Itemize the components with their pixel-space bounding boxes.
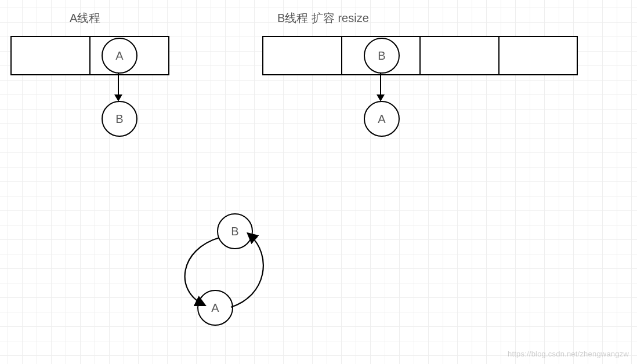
watermark-text: https://blog.csdn.net/zhengwangzw bbox=[508, 350, 629, 358]
left-title: A线程 bbox=[70, 10, 100, 26]
left-array bbox=[10, 36, 169, 75]
right-slot-node: B bbox=[364, 38, 400, 74]
left-cell-0 bbox=[12, 37, 91, 74]
right-chain-node: A bbox=[364, 101, 400, 137]
right-array bbox=[262, 36, 578, 75]
cycle-arrows-icon bbox=[168, 209, 296, 336]
right-cell-0 bbox=[263, 37, 342, 74]
right-title: B线程 扩容 resize bbox=[277, 10, 369, 26]
right-cell-2 bbox=[421, 37, 500, 74]
left-slot-node: A bbox=[102, 38, 137, 74]
diagram-stage: A线程 B线程 扩容 resize A B B A B A bbox=[0, 0, 637, 364]
right-cell-3 bbox=[500, 37, 577, 74]
left-chain-node: B bbox=[102, 101, 137, 137]
